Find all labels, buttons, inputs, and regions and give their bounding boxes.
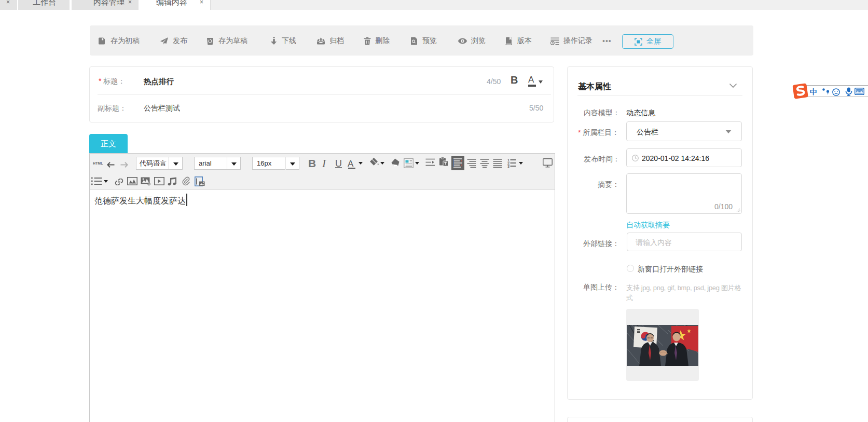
svg-text:3: 3 — [507, 164, 509, 168]
